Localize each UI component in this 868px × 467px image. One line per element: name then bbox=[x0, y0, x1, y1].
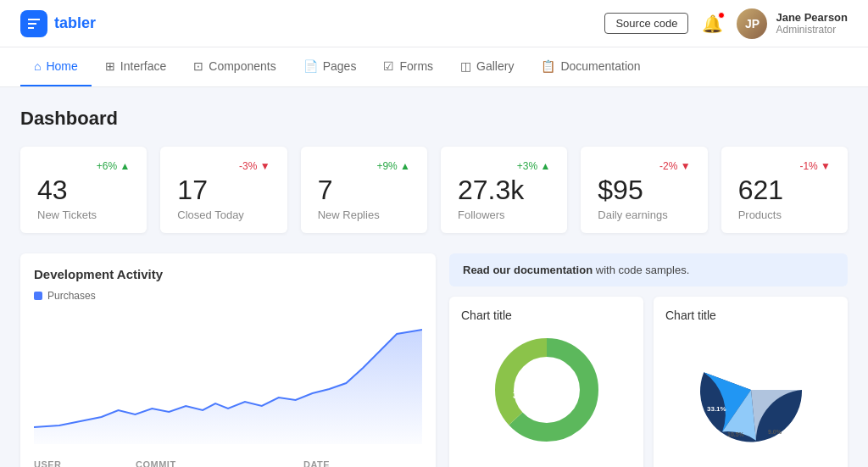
stat-card-followers: +3% ▲ 27.3k Followers bbox=[441, 147, 567, 233]
nav-home[interactable]: ⌂ Home bbox=[20, 47, 92, 86]
logo[interactable]: tabler bbox=[20, 10, 96, 37]
header-right: Source code 🔔 JP Jane Pearson Administra… bbox=[604, 8, 848, 39]
stat-value-0: 43 bbox=[37, 175, 130, 205]
home-icon: ⌂ bbox=[34, 59, 41, 73]
stat-value-3: 27.3k bbox=[458, 175, 550, 205]
dev-activity-title: Development Activity bbox=[34, 267, 422, 281]
stat-cards: +6% ▲ 43 New Tickets -3% ▼ 17 Closed Tod… bbox=[20, 147, 848, 233]
stat-change-5: -1% ▼ bbox=[799, 160, 831, 172]
docs-banner-text: with code samples. bbox=[593, 264, 689, 276]
user-role: Administrator bbox=[776, 24, 848, 36]
stat-change-0: +6% ▲ bbox=[97, 160, 131, 172]
stat-label-3: Followers bbox=[458, 208, 550, 221]
notifications-bell[interactable]: 🔔 bbox=[702, 14, 723, 34]
chart-title-0: Chart title bbox=[461, 309, 632, 322]
gallery-icon: ◫ bbox=[460, 59, 471, 73]
nav-pages[interactable]: 📄 Pages bbox=[290, 47, 370, 86]
right-panel: Read our documentation with code samples… bbox=[449, 253, 848, 467]
commits-table: USER COMMIT DATE RB Ronald Bradley Initi… bbox=[34, 454, 422, 467]
chart-svg bbox=[34, 309, 422, 444]
stat-label-2: New Replies bbox=[318, 208, 410, 221]
stat-card-daily-earnings: -2% ▼ $95 Daily earnings bbox=[581, 147, 707, 233]
stat-card-new-tickets: +6% ▲ 43 New Tickets bbox=[20, 147, 147, 233]
area-chart bbox=[34, 309, 422, 444]
documentation-icon: 📋 bbox=[541, 59, 555, 73]
donut-chart: 37.0% 63.0% bbox=[461, 331, 632, 449]
stat-label-4: Daily earnings bbox=[598, 208, 690, 221]
stat-change-4: -2% ▼ bbox=[659, 160, 691, 172]
logo-text: tabler bbox=[54, 14, 96, 32]
avatar-image: JP bbox=[737, 8, 767, 39]
notification-dot bbox=[718, 12, 725, 19]
development-activity-panel: Development Activity Purchases bbox=[20, 253, 436, 467]
stat-value-5: 621 bbox=[738, 175, 831, 205]
donut-svg: 37.0% 63.0% bbox=[487, 331, 606, 449]
pie-label-2: 10.5% bbox=[727, 431, 745, 437]
stat-change-3: +3% ▲ bbox=[517, 160, 551, 172]
chart-legend: Purchases bbox=[34, 290, 422, 302]
nav-forms[interactable]: ☑ Forms bbox=[370, 47, 447, 86]
nav-documentation[interactable]: 📋 Documentation bbox=[527, 47, 654, 86]
stat-label-1: Closed Today bbox=[177, 208, 270, 221]
chart-card-donut: Chart title 37.0% 63.0% bbox=[449, 297, 643, 467]
chart-card-pie: Chart title bbox=[654, 297, 848, 467]
col-date-header: DATE bbox=[303, 459, 397, 467]
logo-icon bbox=[20, 10, 47, 37]
page-title: Dashboard bbox=[20, 108, 848, 130]
donut-label-0: 37.0% bbox=[513, 391, 537, 400]
pie-label-3: 9.0% bbox=[768, 429, 782, 435]
legend-dot bbox=[34, 292, 42, 300]
pie-chart: 47.4% 33.1% 10.5% 9.0% bbox=[665, 331, 836, 449]
stat-label-5: Products bbox=[738, 208, 831, 221]
donut-hole bbox=[520, 363, 574, 417]
charts-row: Chart title 37.0% 63.0% bbox=[449, 297, 848, 467]
forms-icon: ☑ bbox=[383, 59, 394, 73]
interface-icon: ⊞ bbox=[105, 59, 115, 73]
main-content: Dashboard +6% ▲ 43 New Tickets -3% ▼ 17 … bbox=[0, 87, 868, 467]
stat-label-0: New Tickets bbox=[37, 208, 130, 221]
user-info[interactable]: JP Jane Pearson Administrator bbox=[737, 8, 848, 39]
pie-label-1: 33.1% bbox=[707, 405, 726, 413]
stat-card-closed-today: -3% ▼ 17 Closed Today bbox=[160, 147, 287, 233]
stat-value-4: $95 bbox=[598, 175, 690, 205]
nav-interface[interactable]: ⊞ Interface bbox=[92, 47, 180, 86]
user-name: Jane Pearson bbox=[776, 11, 848, 24]
chart-area-fill bbox=[34, 330, 422, 444]
stat-value-2: 7 bbox=[318, 175, 410, 205]
col-user-header: USER bbox=[34, 459, 136, 467]
col-commit-header: COMMIT bbox=[136, 459, 303, 467]
col-action-header bbox=[397, 459, 422, 467]
table-header: USER COMMIT DATE bbox=[34, 454, 422, 467]
pie-svg: 47.4% 33.1% 10.5% 9.0% bbox=[692, 331, 810, 449]
components-icon: ⊡ bbox=[193, 59, 203, 73]
stat-card-products: -1% ▼ 621 Products bbox=[721, 147, 848, 233]
nav-components[interactable]: ⊡ Components bbox=[180, 47, 289, 86]
bottom-row: Development Activity Purchases bbox=[20, 253, 848, 467]
pie-label-0: 47.4% bbox=[766, 380, 786, 387]
docs-banner: Read our documentation with code samples… bbox=[449, 253, 848, 286]
avatar: JP bbox=[737, 8, 767, 39]
nav-gallery[interactable]: ◫ Gallery bbox=[447, 47, 527, 86]
pages-icon: 📄 bbox=[303, 59, 318, 73]
docs-banner-bold: Read our documentation bbox=[463, 264, 593, 276]
navigation: ⌂ Home ⊞ Interface ⊡ Components 📄 Pages … bbox=[0, 47, 868, 87]
chart-title-1: Chart title bbox=[665, 309, 836, 322]
header: tabler Source code 🔔 JP Jane Pearson Adm… bbox=[0, 0, 868, 47]
stat-change-2: +9% ▲ bbox=[376, 160, 410, 172]
stat-value-1: 17 bbox=[177, 175, 270, 205]
stat-card-new-replies: +9% ▲ 7 New Replies bbox=[301, 147, 427, 233]
user-text: Jane Pearson Administrator bbox=[776, 11, 848, 36]
donut-label-1: 63.0% bbox=[548, 395, 572, 404]
stat-change-1: -3% ▼ bbox=[239, 160, 270, 172]
source-code-button[interactable]: Source code bbox=[604, 13, 688, 34]
legend-label: Purchases bbox=[47, 290, 96, 302]
